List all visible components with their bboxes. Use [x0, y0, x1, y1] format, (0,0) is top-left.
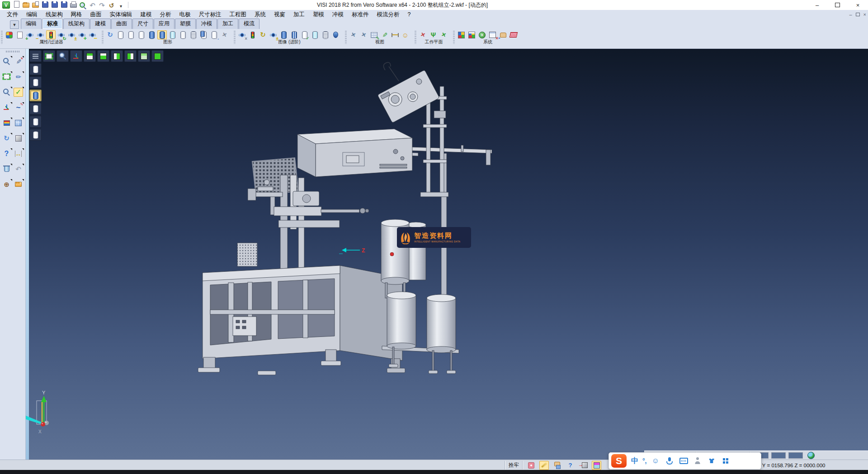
zoom-window-icon[interactable] [1, 71, 12, 82]
shade-mode-3-icon[interactable] [29, 90, 42, 101]
system-grid-icon[interactable] [509, 30, 518, 39]
ime-language-toggle[interactable]: 中 [631, 456, 638, 466]
transparent-style-icon[interactable] [168, 30, 177, 39]
attr-page-icon[interactable] [15, 30, 24, 39]
adv-striped-icon[interactable] [289, 30, 299, 39]
menu-edit[interactable]: 编辑 [22, 10, 42, 19]
workplane-edit-icon[interactable] [439, 30, 448, 39]
view-config-2-icon[interactable] [359, 30, 368, 39]
menu-file[interactable]: 文件 [3, 10, 22, 19]
view-smiley-icon[interactable] [401, 30, 410, 39]
workplane-axis-icon[interactable] [429, 30, 438, 39]
undo-step-icon[interactable] [13, 164, 24, 174]
window-colors-icon[interactable] [467, 30, 476, 39]
layer-swatch-3[interactable] [788, 452, 803, 459]
zoom-previous-icon[interactable] [1, 56, 12, 66]
view-front-icon[interactable] [97, 50, 109, 62]
layer-manager-icon[interactable] [1, 118, 12, 128]
tab-dimension[interactable]: 尺寸 [132, 19, 153, 29]
adv-toggle-icon[interactable] [269, 30, 278, 39]
menu-standard-parts[interactable]: 标准件 [348, 10, 373, 19]
regenerate-icon[interactable] [1, 133, 12, 143]
print-icon[interactable] [69, 0, 78, 9]
adv-transparent-icon[interactable] [310, 30, 320, 39]
lock-label[interactable]: 拴牢 [509, 462, 519, 469]
tab-flow[interactable]: 模流 [239, 19, 259, 29]
solid-view-icon[interactable] [13, 133, 24, 143]
redo-icon[interactable] [97, 1, 107, 10]
undo-icon[interactable] [88, 1, 97, 10]
tab-machining[interactable]: 加工 [217, 19, 238, 29]
menu-flow-analysis[interactable]: 模流分析 [373, 10, 404, 19]
adv-verified-icon[interactable] [300, 30, 309, 39]
selection-hand-icon[interactable] [498, 30, 508, 39]
render-quality-icon[interactable] [331, 30, 340, 39]
menu-mold[interactable]: 塑模 [309, 10, 328, 19]
dynamic-cube-icon[interactable] [592, 461, 601, 470]
save-all-icon[interactable] [59, 0, 69, 9]
save-icon[interactable] [40, 0, 50, 9]
tab-edit[interactable]: 编辑 [21, 19, 42, 29]
show-all-icon[interactable] [77, 30, 87, 39]
regen-graphics-icon[interactable] [105, 30, 115, 39]
hide-remove-icon[interactable] [36, 30, 45, 39]
layer-swatch-2[interactable] [771, 452, 786, 459]
visibility-refresh-icon[interactable] [57, 30, 66, 39]
axonometric-icon[interactable] [70, 50, 82, 62]
globe-icon[interactable] [807, 451, 816, 460]
menu-die[interactable]: 冲模 [328, 10, 348, 19]
tab-modeling[interactable]: 建模 [90, 19, 111, 29]
dashed-hidden-style-icon[interactable] [137, 30, 146, 39]
open-file-icon[interactable] [21, 0, 31, 9]
export-solid-icon[interactable] [579, 461, 588, 470]
ucs-axes-icon[interactable] [1, 102, 12, 113]
group-style-icon[interactable] [199, 30, 208, 39]
tab-application[interactable]: 应用 [154, 19, 175, 29]
confirm-check-icon[interactable] [13, 87, 24, 97]
view-clamp-icon[interactable] [390, 30, 400, 39]
view-config-1-icon[interactable] [349, 30, 358, 39]
ime-punctuation-toggle[interactable]: °, [642, 457, 647, 465]
menu-mesh[interactable]: 网格 [67, 10, 86, 19]
menu-help[interactable]: ? [404, 11, 415, 18]
tab-dropdown-button[interactable]: ▼ [10, 20, 19, 29]
zoom-fit-icon[interactable] [43, 50, 55, 62]
new-file-icon[interactable] [12, 0, 21, 9]
view-left-icon[interactable] [124, 50, 137, 62]
menu-electrode[interactable]: 电极 [175, 10, 195, 19]
child-minimize-button[interactable]: – [849, 12, 852, 17]
magic-wand-icon[interactable] [539, 461, 549, 470]
maximize-button[interactable] [827, 0, 848, 10]
system-colors-icon[interactable] [457, 30, 466, 39]
view-top-icon[interactable] [84, 50, 96, 62]
view-back-icon[interactable] [138, 50, 150, 62]
viewport-layout-icon[interactable] [13, 118, 24, 128]
view-menu-icon[interactable] [29, 50, 42, 62]
quick-access-options-icon[interactable] [116, 1, 126, 10]
quick-help-icon[interactable] [1, 148, 12, 159]
view-iso-icon[interactable] [151, 50, 164, 62]
system-config-icon[interactable] [477, 30, 487, 39]
shaded-style-icon[interactable] [147, 30, 156, 39]
menu-dimension[interactable]: 尺寸标注 [195, 10, 226, 19]
menu-solid-edit[interactable]: 实体编辑 [106, 10, 137, 19]
pack-and-go-icon[interactable] [552, 461, 562, 470]
spline-icon[interactable] [13, 102, 24, 113]
shade-mode-1-icon[interactable] [29, 63, 42, 75]
copy-style-icon[interactable] [209, 30, 219, 39]
shade-mode-6-icon[interactable] [29, 129, 42, 141]
adv-wireframe-icon[interactable] [321, 30, 330, 39]
tab-standard[interactable]: 标准 [42, 19, 63, 29]
child-close-button[interactable]: × [863, 12, 866, 17]
menu-system[interactable]: 系统 [250, 10, 270, 19]
menu-wireframe[interactable]: 线架构 [42, 10, 67, 19]
view-sketch-icon[interactable] [380, 30, 389, 39]
menu-modeling[interactable]: 建模 [137, 10, 156, 19]
view-right-icon[interactable] [111, 50, 123, 62]
visibility-toggle-icon[interactable] [67, 30, 76, 39]
tab-surface[interactable]: 曲面 [111, 19, 132, 29]
adv-refresh-icon[interactable] [258, 30, 268, 39]
viewport-3d[interactable]: Z 智造资料网 INTELLIGENT MANUFACTURING DATA Y… [26, 49, 868, 460]
menu-drawing[interactable]: 工程图 [226, 10, 251, 19]
navigator-icon[interactable] [1, 179, 12, 190]
